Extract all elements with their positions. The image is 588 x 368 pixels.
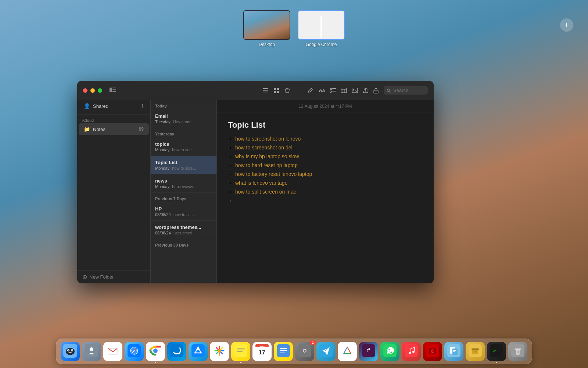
terminal-icon: >_ bbox=[490, 344, 503, 359]
format-icon[interactable]: Aa bbox=[319, 88, 325, 93]
note-item-topic-list[interactable]: Topic List Monday how to scre... bbox=[151, 156, 216, 174]
reminders-icon bbox=[277, 344, 290, 359]
note-item-topics[interactable]: topics Monday how to see... bbox=[151, 138, 216, 156]
note-list-item-0: how to screenshot on lenovo bbox=[235, 136, 423, 142]
note-link-6[interactable]: how to split screen on mac bbox=[235, 189, 296, 195]
note-link-5[interactable]: what is lenovo vantage bbox=[235, 180, 287, 186]
note-item-date: 06/08/24 bbox=[155, 231, 171, 235]
note-item-meta: Monday how to scre... bbox=[155, 166, 212, 170]
compose-icon[interactable] bbox=[308, 88, 313, 93]
table-icon[interactable] bbox=[341, 88, 347, 93]
shared-icon: 👤 bbox=[84, 103, 90, 109]
svg-rect-81 bbox=[474, 351, 477, 351]
chrome-thumbnail bbox=[298, 10, 345, 40]
note-item-title: Email bbox=[155, 113, 212, 119]
checklist-icon[interactable] bbox=[330, 88, 336, 93]
share-icon[interactable] bbox=[363, 88, 368, 93]
note-item-title: Topic List bbox=[155, 160, 212, 165]
svg-line-23 bbox=[390, 91, 391, 92]
dock-item-archive[interactable] bbox=[466, 342, 485, 361]
new-folder-icon: ⊕ bbox=[82, 273, 87, 280]
dock-item-drive[interactable] bbox=[338, 342, 357, 361]
svg-text:#: # bbox=[367, 347, 370, 353]
editor-content[interactable]: Topic List how to screenshot on lenovoho… bbox=[217, 113, 434, 283]
note-link-2[interactable]: why is my hp laptop so slow bbox=[235, 153, 299, 159]
svg-rect-77 bbox=[453, 351, 455, 352]
note-link-1[interactable]: how to screenshot on dell bbox=[235, 145, 294, 151]
search-field[interactable] bbox=[384, 86, 428, 95]
list-view-icon[interactable] bbox=[263, 88, 269, 93]
note-item-title: topics bbox=[155, 141, 212, 147]
svg-rect-40 bbox=[170, 344, 183, 357]
svg-point-39 bbox=[153, 348, 158, 353]
shared-count: 1 bbox=[141, 103, 144, 109]
note-item-email[interactable]: Email Tuesday Hey name, bbox=[151, 110, 216, 128]
dock-item-reminders[interactable] bbox=[274, 342, 293, 361]
traffic-lights bbox=[83, 88, 102, 93]
dock-item-trash[interactable] bbox=[508, 342, 527, 361]
sidebar-toggle-icon[interactable] bbox=[110, 86, 116, 94]
dock-item-notes-dock[interactable] bbox=[231, 342, 250, 361]
notes-folder-icon: 📁 bbox=[84, 126, 90, 132]
new-folder-button[interactable]: ⊕ New Folder bbox=[77, 270, 150, 283]
dock-item-appstore[interactable] bbox=[189, 342, 208, 361]
title-bar: Aa bbox=[77, 81, 434, 100]
search-input[interactable] bbox=[393, 88, 423, 93]
dock-item-calendar[interactable]: 17AUG bbox=[252, 342, 272, 361]
svg-rect-32 bbox=[106, 344, 119, 357]
svg-rect-46 bbox=[237, 350, 245, 350]
dock-item-terminal[interactable]: >_ bbox=[487, 342, 506, 361]
section-header-yesterday: Yesterday bbox=[151, 128, 216, 138]
space-desktop[interactable]: Desktop bbox=[243, 10, 290, 47]
notes-window: Aa bbox=[77, 81, 434, 283]
dock-item-chrome[interactable] bbox=[146, 342, 165, 361]
sidebar-item-notes[interactable]: 📁 Notes 89 bbox=[79, 123, 149, 135]
dock-item-telegram[interactable] bbox=[316, 342, 336, 361]
svg-rect-12 bbox=[332, 88, 336, 89]
dock-item-photos[interactable] bbox=[210, 342, 229, 361]
dock-item-photobooth[interactable] bbox=[423, 342, 442, 361]
sidebar-item-shared[interactable]: 👤 Shared 1 bbox=[79, 100, 149, 112]
add-space-button[interactable]: + bbox=[560, 18, 573, 32]
note-item-preview: how to scre... bbox=[172, 166, 196, 170]
dock-item-whatsapp[interactable] bbox=[380, 342, 399, 361]
dock-item-launchpad[interactable] bbox=[82, 342, 101, 361]
dock-item-preview[interactable] bbox=[444, 342, 463, 361]
note-item-title: HP bbox=[155, 206, 212, 212]
note-item-hp[interactable]: HP 08/08/24 how to scr... bbox=[151, 202, 216, 221]
grid-view-icon[interactable] bbox=[274, 88, 280, 93]
note-link-0[interactable]: how to screenshot on lenovo bbox=[235, 136, 301, 142]
note-item-news[interactable]: news Monday https://www... bbox=[151, 174, 216, 193]
lock-icon[interactable] bbox=[373, 88, 379, 93]
dock-item-settings[interactable]: 2 bbox=[295, 342, 314, 361]
image-icon[interactable] bbox=[352, 88, 358, 93]
section-header-previous-7-days: Previous 7 Days bbox=[151, 193, 216, 202]
slack-icon: # bbox=[362, 344, 375, 359]
gmail-icon bbox=[106, 344, 119, 359]
note-item-meta: Monday https://www... bbox=[155, 184, 212, 189]
dock-item-music[interactable] bbox=[402, 342, 421, 361]
note-item-meta: 06/08/24 user creati... bbox=[155, 231, 212, 235]
dock-item-gmail[interactable] bbox=[103, 342, 122, 361]
dock-item-slack[interactable]: # bbox=[359, 342, 378, 361]
delete-icon[interactable] bbox=[285, 88, 290, 93]
fullscreen-button[interactable] bbox=[98, 88, 102, 93]
preview-icon bbox=[447, 344, 460, 359]
note-item-preview: https://www... bbox=[172, 184, 196, 189]
svg-rect-15 bbox=[341, 88, 347, 93]
note-item-wordpress-themes[interactable]: wordpress themes... 06/08/24 user creati… bbox=[151, 221, 216, 239]
dock-item-edge[interactable] bbox=[167, 342, 186, 361]
close-button[interactable] bbox=[83, 88, 87, 93]
dock-item-safari[interactable] bbox=[125, 342, 144, 361]
space-chrome[interactable]: Google Chrome bbox=[298, 10, 345, 47]
trash-icon bbox=[511, 344, 524, 359]
svg-rect-44 bbox=[234, 344, 247, 357]
note-link-4[interactable]: how to factory reset lenovo laptop bbox=[235, 171, 312, 177]
edge-icon bbox=[170, 344, 183, 359]
note-item-date: Tuesday bbox=[155, 120, 171, 124]
minimize-button[interactable] bbox=[90, 88, 95, 93]
svg-rect-86 bbox=[516, 350, 520, 355]
dock-item-finder[interactable] bbox=[61, 342, 80, 361]
note-list-item-3: how to hard reset hp laptop bbox=[235, 162, 423, 168]
note-link-3[interactable]: how to hard reset hp laptop bbox=[235, 162, 298, 168]
